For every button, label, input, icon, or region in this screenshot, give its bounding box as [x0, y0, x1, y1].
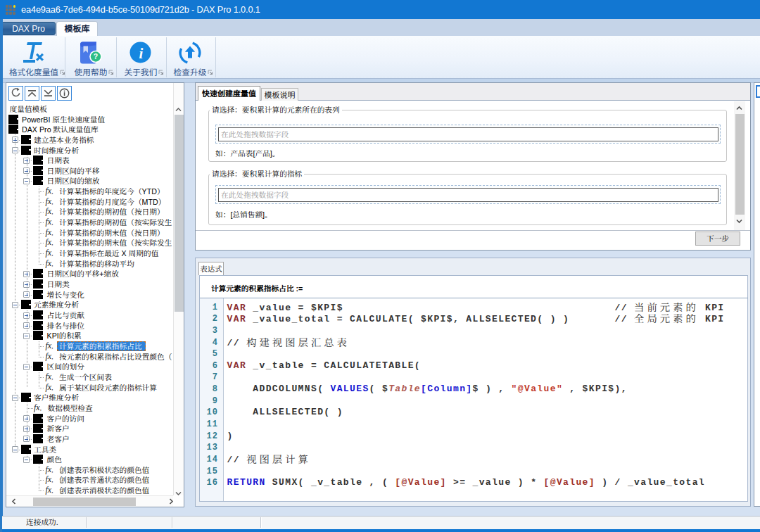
svg-text:?: ? — [94, 52, 98, 61]
svg-text:i: i — [139, 45, 144, 62]
